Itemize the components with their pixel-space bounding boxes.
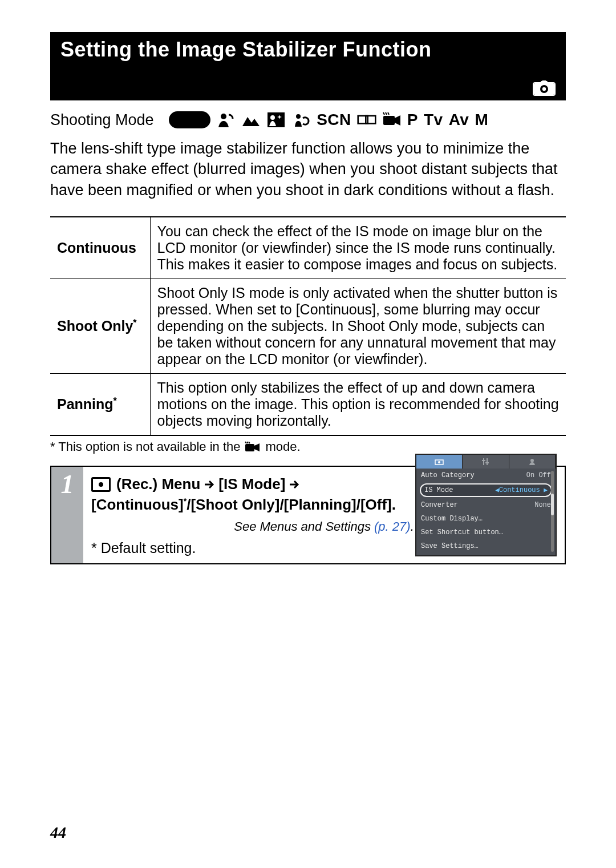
shooting-mode-row: Shooting Mode AUTO SCN P Tv Av M bbox=[50, 111, 566, 129]
svg-point-12 bbox=[438, 461, 440, 463]
kids-pets-mode-icon bbox=[291, 111, 311, 128]
m-mode-icon: M bbox=[475, 111, 488, 129]
svg-point-17 bbox=[530, 459, 534, 462]
tv-mode-icon: Tv bbox=[424, 111, 443, 129]
footnote-prefix: * This option is not available in the bbox=[50, 439, 240, 454]
manual-page: Setting the Image Stabilizer Function Sh… bbox=[0, 0, 616, 868]
night-snapshot-mode-icon bbox=[266, 111, 286, 128]
step-box: 1 (Rec.) Menu [IS Mode] [Continuous]*/[S… bbox=[50, 466, 566, 564]
rec-menu-label: (Rec.) Menu bbox=[116, 475, 200, 494]
shooting-mode-icons: AUTO SCN P Tv Av M bbox=[169, 111, 566, 129]
intro-paragraph: The lens-shift type image stabilizer fun… bbox=[50, 138, 566, 200]
page-number: 44 bbox=[50, 823, 66, 842]
lcd-row: Set Shortcut button… bbox=[416, 526, 556, 539]
movie-mode-icon bbox=[245, 441, 261, 453]
lcd-tabs bbox=[416, 455, 556, 469]
svg-point-3 bbox=[221, 114, 226, 119]
mode-desc-panning: This option only stabilizes the effect o… bbox=[150, 374, 566, 436]
svg-rect-13 bbox=[483, 458, 484, 465]
section-header: Setting the Image Stabilizer Function bbox=[50, 32, 566, 100]
portrait-mode-icon bbox=[216, 111, 236, 128]
rec-menu-icon bbox=[91, 477, 111, 492]
svg-rect-14 bbox=[487, 458, 488, 465]
svg-point-5 bbox=[270, 115, 275, 120]
step-number: 1 bbox=[51, 467, 83, 563]
lcd-tab-setup bbox=[463, 455, 509, 469]
see-prefix: See Menus and Settings bbox=[234, 519, 374, 534]
mode-label-shoot-only: Shoot Only* bbox=[50, 279, 150, 374]
see-suffix: . bbox=[411, 519, 414, 534]
stitch-assist-mode-icon bbox=[357, 111, 376, 128]
svg-rect-9 bbox=[383, 116, 395, 125]
see-page-ref[interactable]: (p. 27) bbox=[374, 519, 411, 534]
table-row: Continuous You can check the effect of t… bbox=[50, 217, 566, 279]
arrow-right-icon bbox=[204, 479, 215, 490]
p-mode-icon: P bbox=[407, 111, 418, 129]
section-title: Setting the Image Stabilizer Function bbox=[60, 38, 556, 62]
lcd-row-highlighted: IS Mode◀Continuous ▶ bbox=[420, 483, 552, 497]
mode-desc-shoot-only: Shoot Only IS mode is only activated whe… bbox=[150, 279, 566, 374]
landscape-mode-icon bbox=[241, 111, 261, 128]
lcd-screenshot: Auto CategoryOn Off IS Mode◀Continuous ▶… bbox=[415, 454, 557, 556]
svg-rect-10 bbox=[245, 444, 254, 451]
camera-mode-icon bbox=[533, 79, 556, 96]
is-mode-table: Continuous You can check the effect of t… bbox=[50, 216, 566, 436]
lcd-tab-rec bbox=[416, 455, 463, 469]
movie-mode-icon bbox=[382, 111, 402, 128]
svg-rect-16 bbox=[485, 462, 489, 463]
is-mode-label: [IS Mode] bbox=[218, 475, 285, 494]
lcd-row: ConverterNone bbox=[416, 498, 556, 512]
mode-label-continuous: Continuous bbox=[50, 217, 150, 279]
lcd-row: Auto CategoryOn Off bbox=[416, 469, 556, 482]
lcd-row: Save Settings… bbox=[416, 539, 556, 553]
svg-point-2 bbox=[542, 87, 546, 91]
arrow-right-icon bbox=[289, 479, 300, 490]
step-body: (Rec.) Menu [IS Mode] [Continuous]*/[Sho… bbox=[83, 467, 565, 563]
av-mode-icon: Av bbox=[449, 111, 469, 129]
lcd-scrollbar bbox=[551, 471, 554, 552]
mode-desc-continuous: You can check the effect of the IS mode … bbox=[150, 217, 566, 279]
svg-rect-15 bbox=[482, 460, 485, 461]
table-row: Shoot Only* Shoot Only IS mode is only a… bbox=[50, 279, 566, 374]
table-row: Panning* This option only stabilizes the… bbox=[50, 374, 566, 436]
footnote-suffix: mode. bbox=[265, 439, 300, 454]
lcd-tab-mycamera bbox=[509, 455, 556, 469]
table-footnote: * This option is not available in the mo… bbox=[50, 439, 566, 454]
auto-mode-icon: AUTO bbox=[169, 111, 210, 128]
lcd-row: Custom Display… bbox=[416, 512, 556, 526]
shooting-mode-label: Shooting Mode bbox=[50, 111, 154, 129]
mode-label-panning: Panning* bbox=[50, 374, 150, 436]
scn-mode-icon: SCN bbox=[317, 111, 351, 129]
svg-point-6 bbox=[296, 114, 301, 119]
